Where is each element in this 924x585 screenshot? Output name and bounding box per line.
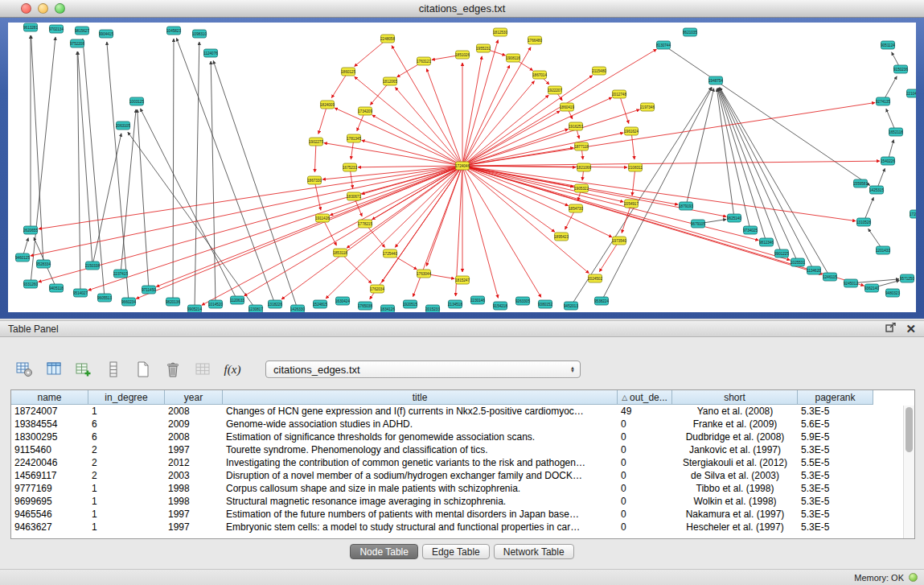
citation-edge[interactable]	[462, 109, 639, 166]
publication-node[interactable]: 1720345	[910, 210, 916, 218]
citation-edge[interactable]	[462, 166, 555, 232]
citation-edge[interactable]	[314, 142, 316, 172]
citation-edge[interactable]	[462, 103, 875, 166]
column-header-year[interactable]: year	[165, 390, 223, 405]
column-header-short[interactable]: short	[672, 390, 798, 405]
publication-node[interactable]: 1815247	[455, 276, 470, 284]
publication-node[interactable]: 1955232	[476, 44, 491, 52]
table-scrollbar-thumb[interactable]	[906, 407, 913, 452]
tab-edge-table[interactable]: Edge Table	[422, 544, 490, 559]
publication-node[interactable]: 1025531	[791, 258, 805, 266]
table-row[interactable]: 1872400712008Changes of HCN gene express…	[11, 405, 914, 418]
table-row[interactable]: 2242004622012Investigating the contribut…	[11, 456, 914, 469]
publication-node[interactable]: 1778215	[358, 220, 372, 228]
citation-edge[interactable]	[719, 88, 798, 262]
publication-node[interactable]: 2015233	[425, 305, 440, 312]
publication-node[interactable]: 2237415	[113, 270, 128, 278]
publication-node[interactable]: 1766480	[528, 36, 542, 44]
window-titlebar[interactable]: citations_edges.txt	[0, 0, 924, 18]
citation-edge[interactable]	[462, 161, 880, 166]
citation-edge[interactable]	[88, 166, 462, 290]
citation-edge[interactable]	[330, 166, 462, 216]
publication-node[interactable]: 1045823	[166, 27, 181, 35]
citation-edge[interactable]	[202, 166, 462, 305]
citation-edge[interactable]	[281, 166, 462, 299]
publication-node[interactable]: 1246115	[823, 273, 837, 281]
table-row[interactable]: 911546021997Tourette syndrome. Phenomeno…	[11, 443, 914, 456]
zoom-window-button[interactable]	[55, 3, 65, 14]
citation-edge[interactable]	[121, 109, 136, 274]
publication-node[interactable]: 9528334	[36, 260, 51, 268]
publication-node[interactable]: 1763044	[417, 270, 431, 278]
publication-node[interactable]: 1905322	[574, 184, 589, 192]
publication-node[interactable]: 2054917	[624, 200, 639, 208]
citation-edge[interactable]	[462, 166, 678, 204]
publication-node[interactable]: 1916253	[569, 122, 583, 130]
citation-edge[interactable]	[396, 88, 462, 166]
citation-edge[interactable]	[462, 97, 612, 166]
citation-edge[interactable]	[717, 89, 750, 230]
publication-node[interactable]: 2024502	[588, 274, 602, 282]
publication-node[interactable]: 1762034	[370, 285, 384, 293]
publication-node[interactable]: 9331260	[23, 280, 38, 288]
publication-node[interactable]: 1098310	[192, 30, 207, 38]
column-header-title[interactable]: title	[223, 390, 618, 405]
citation-edge[interactable]	[107, 42, 129, 302]
new-column-icon[interactable]	[74, 360, 93, 379]
publication-node[interactable]: 9711450	[142, 286, 156, 294]
tab-node-table[interactable]: Node Table	[350, 544, 418, 559]
citation-edge[interactable]	[370, 166, 462, 299]
network-canvas[interactable]: 1724046185102617631211812065173420917813…	[8, 23, 916, 312]
publication-node[interactable]: 2210453	[906, 89, 916, 97]
publication-node[interactable]: 1895423	[554, 233, 569, 241]
publication-node[interactable]: 1908116	[506, 54, 520, 62]
publication-node[interactable]: 2248058	[380, 35, 395, 43]
publication-node[interactable]: 1948754	[708, 76, 723, 84]
close-window-button[interactable]	[21, 3, 31, 14]
publication-node[interactable]: 1911426	[315, 214, 330, 222]
table-scrollbar[interactable]	[903, 406, 914, 538]
publication-node[interactable]: 2108311	[628, 163, 643, 171]
citation-edge[interactable]	[686, 89, 714, 206]
new-table-icon[interactable]	[133, 360, 153, 379]
publication-node[interactable]: 1675233	[343, 163, 357, 171]
publication-node[interactable]: 2063105	[116, 122, 130, 130]
citation-edge[interactable]	[462, 166, 864, 286]
publication-node[interactable]: 1724046	[455, 162, 470, 170]
publication-node[interactable]: 2012748	[612, 90, 626, 98]
citation-edge[interactable]	[92, 134, 121, 266]
publication-node[interactable]: 1821066	[577, 163, 591, 171]
publication-node[interactable]: 8621035	[683, 28, 697, 36]
publication-node[interactable]: 1725440	[383, 249, 397, 257]
citation-edge[interactable]	[462, 95, 548, 166]
citation-edge[interactable]	[340, 253, 372, 283]
table-row[interactable]: 1456911722003Disruption of a novel membe…	[11, 469, 914, 482]
publication-node[interactable]: 1824009	[320, 101, 335, 109]
table-row[interactable]: 1938455462009Genome-wide association stu…	[11, 418, 914, 431]
citation-edge[interactable]	[462, 49, 656, 166]
publication-node[interactable]: 1120633	[230, 296, 244, 304]
row-height-icon[interactable]	[104, 360, 123, 379]
publication-node[interactable]: 1524815	[313, 300, 327, 308]
citation-edge[interactable]	[663, 45, 870, 185]
publication-node[interactable]: 1559581	[853, 179, 868, 187]
citation-edge[interactable]	[462, 166, 856, 221]
publication-node[interactable]: 1630424	[335, 297, 350, 305]
publication-node[interactable]: 1961624	[624, 127, 639, 135]
publication-node[interactable]: 1734209	[358, 107, 372, 115]
citation-edge[interactable]	[462, 166, 623, 202]
publication-node[interactable]: 1812065	[383, 77, 397, 85]
publication-node[interactable]: 1230817	[248, 305, 263, 312]
publication-node[interactable]: 9613281	[23, 23, 38, 31]
table-mode-icon[interactable]	[14, 360, 34, 379]
publication-node[interactable]: 9679105	[691, 220, 705, 228]
publication-node[interactable]: 1014520	[208, 300, 223, 308]
publication-node[interactable]: 1902275	[309, 138, 323, 146]
publication-node[interactable]: 1920515	[403, 300, 417, 308]
publication-node[interactable]: 9702134	[49, 25, 64, 33]
publication-node[interactable]: 1765038	[358, 302, 372, 310]
publication-node[interactable]: 1877118	[574, 142, 589, 150]
citation-edge[interactable]	[462, 166, 790, 260]
publication-node[interactable]: 1425315	[869, 186, 884, 194]
publication-node[interactable]: 9245012	[844, 279, 858, 287]
